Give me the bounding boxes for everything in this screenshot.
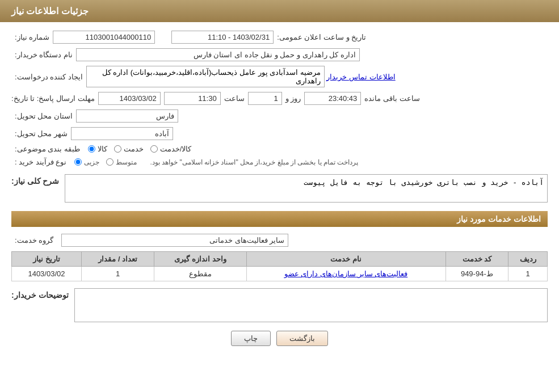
col-header-quantity: تعداد / مقدار bbox=[81, 252, 154, 267]
col-header-unit: واحد اندازه گیری bbox=[154, 252, 246, 267]
page-wrapper: جزئیات اطلاعات نیاز تاریخ و ساعت اعلان ع… bbox=[0, 0, 559, 392]
service-group-label: گروه خدمت: bbox=[15, 236, 53, 245]
category-khadamat-radio[interactable] bbox=[114, 145, 121, 153]
need-number-label: شماره نیاز: bbox=[15, 33, 49, 41]
buying-org-value: اداره کل راهداری و حمل و نقل جاده ای است… bbox=[76, 48, 360, 61]
remaining-value: 23:40:43 bbox=[304, 92, 361, 105]
province-row: فارس استان محل تحویل: bbox=[11, 109, 548, 123]
process-motavasset-item: متوسط bbox=[106, 158, 137, 166]
category-row: کالا/خدمت خدمت کالا طبقه بندی موضوعی: bbox=[11, 145, 548, 153]
page-header: جزئیات اطلاعات نیاز bbox=[0, 0, 559, 22]
province-value: فارس bbox=[76, 109, 178, 123]
province-label: استان محل تحویل: bbox=[15, 112, 73, 120]
buying-org-row: اداره کل راهداری و حمل و نقل جاده ای است… bbox=[11, 48, 548, 61]
services-table: ردیف کد خدمت نام خدمت واحد اندازه گیری ت… bbox=[11, 251, 548, 281]
category-khadamat-label: خدمت bbox=[124, 145, 144, 153]
remaining-label: ساعت باقی مانده bbox=[364, 94, 419, 103]
announce-label: تاریخ و ساعت اعلان عمومی: bbox=[277, 33, 366, 41]
table-row: 1 ط-94-949 فعالیت‌های سایر سازمان‌های دا… bbox=[12, 267, 548, 281]
cell-quantity: 1 bbox=[81, 267, 154, 281]
process-jazee-label: جزیی bbox=[84, 158, 99, 166]
category-kala-khadamat-item: کالا/خدمت bbox=[150, 145, 192, 153]
col-header-name: نام خدمت bbox=[246, 252, 445, 267]
cell-code: ط-94-949 bbox=[445, 267, 508, 281]
time-label: ساعت bbox=[224, 94, 245, 103]
process-row: پرداخت تمام یا بخشی از مبلغ خرید،از محل … bbox=[11, 158, 548, 166]
page-title: جزئیات اطلاعات نیاز bbox=[11, 6, 89, 16]
city-value: آباده bbox=[71, 127, 173, 140]
process-note: پرداخت تمام یا بخشی از مبلغ خرید،از محل … bbox=[150, 158, 358, 166]
back-button[interactable]: بازگشت bbox=[276, 331, 328, 346]
buyer-notes-box bbox=[74, 288, 548, 322]
need-description-textarea[interactable] bbox=[65, 174, 548, 203]
buyer-notes-label: توضیحات خریدار: bbox=[11, 290, 69, 300]
days-value: 1 bbox=[248, 92, 282, 105]
process-radio-group: متوسط جزیی bbox=[74, 158, 137, 166]
deadline-label: مهلت ارسال پاسخ: تا تاریخ: bbox=[11, 94, 95, 103]
table-header-row: ردیف کد خدمت نام خدمت واحد اندازه گیری ت… bbox=[12, 252, 548, 267]
category-kala-item: کالا bbox=[88, 145, 107, 153]
city-row: آباده شهر محل تحویل: bbox=[11, 127, 548, 140]
need-number-row: تاریخ و ساعت اعلان عمومی: 1403/02/31 - 1… bbox=[11, 31, 548, 44]
category-radio-group: کالا/خدمت خدمت کالا bbox=[88, 145, 192, 153]
creator-label: ایجاد کننده درخواست: bbox=[15, 73, 83, 81]
need-description-label: شرح کلی نیاز: bbox=[11, 176, 59, 186]
process-label: نوع فرآیند خرید : bbox=[15, 158, 66, 166]
category-kala-khadamat-label: کالا/خدمت bbox=[160, 145, 192, 153]
services-table-section: ردیف کد خدمت نام خدمت واحد اندازه گیری ت… bbox=[11, 251, 548, 281]
cell-unit: مقطوع bbox=[154, 267, 246, 281]
contact-link[interactable]: اطلاعات تماس خریدار bbox=[326, 73, 395, 81]
cell-row-num: 1 bbox=[508, 267, 548, 281]
process-motavasset-radio[interactable] bbox=[106, 158, 114, 166]
buttons-row: بازگشت چاپ bbox=[11, 331, 548, 346]
need-description-section: شرح کلی نیاز: bbox=[11, 174, 548, 204]
category-label: طبقه بندی موضوعی: bbox=[15, 145, 80, 153]
col-header-row-num: ردیف bbox=[508, 252, 548, 267]
process-jazee-item: جزیی bbox=[74, 158, 99, 166]
category-kala-label: کالا bbox=[98, 145, 107, 153]
deadline-row: ساعت باقی مانده 23:40:43 روز و 1 ساعت 11… bbox=[11, 92, 548, 105]
announce-value: 1403/02/31 - 11:10 bbox=[171, 31, 274, 44]
process-jazee-radio[interactable] bbox=[74, 158, 82, 166]
creator-value: مرضیه اسدآبادی پور عامل ذیحساب(آباده،اقل… bbox=[86, 66, 325, 87]
process-motavasset-label: متوسط bbox=[116, 158, 137, 166]
service-group-value: سایر فعالیت‌های خدماتی bbox=[61, 234, 288, 247]
cell-name[interactable]: فعالیت‌های سایر سازمان‌های دارای عضو bbox=[246, 267, 445, 281]
main-content: تاریخ و ساعت اعلان عمومی: 1403/02/31 - 1… bbox=[0, 22, 559, 360]
city-label: شهر محل تحویل: bbox=[15, 129, 68, 138]
col-header-date: تاریخ نیاز bbox=[12, 252, 82, 267]
day-label: روز و bbox=[285, 94, 301, 103]
cell-date: 1403/03/02 bbox=[12, 267, 82, 281]
print-button[interactable]: چاپ bbox=[231, 331, 271, 346]
category-khadamat-item: خدمت bbox=[114, 145, 144, 153]
buyer-notes-section: توضیحات خریدار: bbox=[11, 288, 548, 322]
category-kala-radio[interactable] bbox=[88, 145, 95, 153]
creator-row: اطلاعات تماس خریدار مرضیه اسدآبادی پور ع… bbox=[11, 66, 548, 87]
col-header-code: کد خدمت bbox=[445, 252, 508, 267]
buying-org-label: نام دستگاه خریدار: bbox=[15, 50, 73, 59]
time-value: 11:30 bbox=[164, 92, 221, 105]
category-kala-khadamat-radio[interactable] bbox=[150, 145, 158, 153]
service-group-row: سایر فعالیت‌های خدماتی گروه خدمت: bbox=[11, 234, 548, 247]
need-number-value: 1103001044000110 bbox=[53, 31, 155, 44]
services-section-title: اطلاعات خدمات مورد نیاز bbox=[11, 211, 548, 227]
deadline-date: 1403/03/02 bbox=[98, 92, 161, 105]
